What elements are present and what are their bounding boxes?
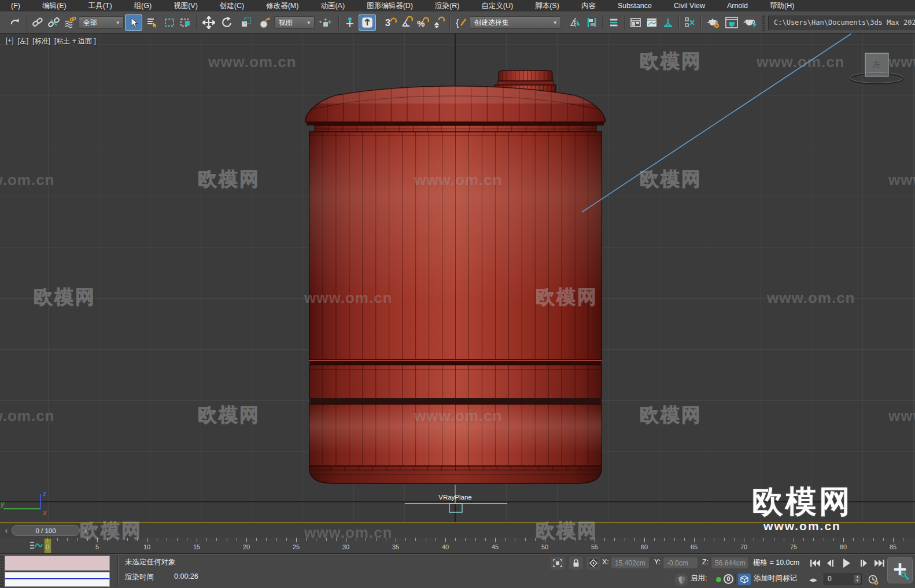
- selection-filter-value: 全部: [83, 18, 110, 28]
- undo-button[interactable]: [1, 14, 7, 31]
- z-coordinate-field[interactable]: 56.644cm: [711, 557, 748, 568]
- ruler-tick: [266, 538, 267, 541]
- unlink-selection-button[interactable]: [46, 14, 61, 31]
- ruler-tick: [455, 538, 456, 541]
- snaps-toggle-3d[interactable]: 3: [383, 14, 398, 31]
- selection-filter-dropdown[interactable]: 全部 ▾: [79, 16, 124, 29]
- go-to-start-button[interactable]: [809, 557, 822, 569]
- ruler-tick: [316, 538, 316, 541]
- frame-spinner[interactable]: ▲▼: [854, 575, 861, 583]
- play-animation-button[interactable]: [839, 557, 855, 569]
- viewport-menu-standard[interactable]: [标准]: [32, 36, 50, 46]
- menu-item-5[interactable]: 创建(C): [209, 0, 255, 12]
- menu-item-1[interactable]: 编辑(E): [31, 0, 78, 12]
- time-slider-handle[interactable]: 0 / 100: [12, 525, 80, 536]
- menu-item-0[interactable]: (F): [0, 0, 31, 12]
- time-configuration-button[interactable]: [866, 574, 880, 586]
- maxscript-mini-listener-macro[interactable]: [5, 556, 110, 571]
- next-frame-arrow[interactable]: ›: [82, 525, 90, 536]
- status-bar: 未选定任何对象 渲染时间 0:00:26 X: 15.402cm Y: -0.0…: [0, 554, 915, 588]
- schematic-view-button[interactable]: [661, 14, 676, 31]
- named-selection-sets-dropdown[interactable]: 创建选择集 ▾: [470, 16, 561, 29]
- window-crossing-toggle[interactable]: [178, 14, 193, 31]
- align-button[interactable]: [584, 14, 599, 31]
- ruler-tick: [535, 538, 536, 541]
- x-coordinate-field[interactable]: 15.402cm: [611, 557, 649, 568]
- next-frame-button[interactable]: [857, 557, 871, 569]
- render-setup-button[interactable]: [704, 14, 722, 31]
- vrayplane-gizmo[interactable]: VRayPlane: [405, 485, 507, 512]
- menu-item-11[interactable]: 脚本(S): [524, 0, 570, 12]
- ruler-tick: [187, 538, 187, 541]
- key-mode-toggle[interactable]: ◀▶: [807, 574, 819, 586]
- add-time-tag-label[interactable]: 添加时间标记: [754, 574, 797, 583]
- curve-editor-button[interactable]: [644, 14, 659, 31]
- select-and-place-button[interactable]: [256, 14, 273, 31]
- menu-item-12[interactable]: 内容: [570, 0, 607, 12]
- bung-mid: [497, 81, 554, 85]
- menu-item-16[interactable]: 帮助(H): [759, 0, 805, 12]
- select-object-button[interactable]: [125, 14, 142, 31]
- ruler-tick: [87, 538, 88, 541]
- select-and-manipulate-button[interactable]: [342, 14, 357, 31]
- spinner-snap-toggle[interactable]: [431, 14, 447, 31]
- select-and-move-button[interactable]: [200, 14, 217, 31]
- maxscript-mini-listener[interactable]: [5, 572, 110, 587]
- viewcube-face-label: 左: [872, 60, 881, 69]
- mirror-button[interactable]: [568, 14, 583, 31]
- use-pivot-point-center-button[interactable]: [316, 14, 335, 31]
- isolate-selection-toggle[interactable]: [551, 557, 565, 569]
- menu-item-4[interactable]: 视图(V): [163, 0, 209, 12]
- viewcube[interactable]: 左: [850, 53, 903, 84]
- time-slider-track[interactable]: ‹ 0 / 100 ›: [0, 522, 915, 538]
- select-and-link-button[interactable]: [30, 14, 45, 31]
- absolute-offset-mode-toggle[interactable]: [586, 557, 600, 569]
- render-production-button[interactable]: [741, 14, 759, 31]
- viewport-menu-shading[interactable]: [粘土 + 边面 ]: [54, 36, 96, 46]
- menu-item-6[interactable]: 修改器(M): [255, 0, 309, 12]
- selection-lock-toggle[interactable]: [569, 557, 583, 569]
- rendered-frame-window-button[interactable]: [723, 14, 740, 31]
- keyboard-shortcut-override-toggle[interactable]: [359, 14, 376, 31]
- project-folder-field[interactable]: C:\Users\Han\Documents\3ds Max 2022 ▾: [768, 16, 915, 29]
- timeline-ruler[interactable]: 0510152025303540455055606570758085: [0, 538, 915, 554]
- shield-icon[interactable]: [674, 574, 688, 586]
- select-and-rotate-button[interactable]: [219, 14, 236, 31]
- viewport-menu-general[interactable]: [+]: [6, 36, 14, 46]
- select-and-scale-button[interactable]: [237, 14, 254, 31]
- menu-item-10[interactable]: 自定义(U): [470, 0, 524, 12]
- animation-layer-badge[interactable]: 0: [724, 574, 733, 584]
- current-frame-field[interactable]: 0 ▲▼: [824, 574, 862, 585]
- percent-snap-toggle[interactable]: %: [415, 14, 430, 31]
- menu-item-14[interactable]: Civil View: [663, 0, 716, 12]
- previous-frame-button[interactable]: [824, 557, 837, 569]
- edit-named-selection-sets-button[interactable]: {: [453, 14, 468, 31]
- reference-coordinate-dropdown[interactable]: 视图 ▾: [274, 16, 315, 29]
- time-tag-cube-icon[interactable]: [738, 574, 751, 585]
- ruler-tick: [356, 538, 356, 541]
- menu-item-8[interactable]: 图形编辑器(D): [356, 0, 424, 12]
- menu-item-3[interactable]: 组(G): [123, 0, 163, 12]
- menu-item-9[interactable]: 渲染(R): [424, 0, 470, 12]
- ruler-tick: [415, 538, 416, 541]
- viewport[interactable]: VRayPlane z y x 左 [+] [左] [标准] [粘土 +: [0, 34, 915, 522]
- menu-item-7[interactable]: 动画(A): [309, 0, 356, 12]
- angle-snap-toggle[interactable]: [399, 14, 414, 31]
- barrel-model[interactable]: [305, 71, 605, 483]
- previous-frame-arrow[interactable]: ‹: [2, 525, 10, 536]
- open-explorer-button[interactable]: [682, 14, 698, 31]
- toggle-layer-explorer-button[interactable]: [628, 14, 643, 31]
- select-by-name-button[interactable]: [143, 14, 161, 31]
- ruler-tick: [107, 538, 108, 541]
- set-keys-button[interactable]: +: [887, 557, 913, 583]
- menu-item-13[interactable]: Substance: [607, 0, 663, 12]
- menu-item-15[interactable]: Arnold: [716, 0, 759, 12]
- rectangular-selection-region-button[interactable]: [162, 14, 177, 31]
- menu-item-2[interactable]: 工具(T): [78, 0, 123, 12]
- bind-to-space-warp-button[interactable]: [62, 14, 78, 31]
- toggle-scene-explorer-button[interactable]: [606, 14, 621, 31]
- y-coordinate-field[interactable]: -0.0cm: [663, 557, 698, 568]
- go-to-end-button[interactable]: [872, 557, 886, 569]
- redo-button[interactable]: [8, 14, 23, 31]
- viewport-menu-pov[interactable]: [左]: [18, 36, 29, 46]
